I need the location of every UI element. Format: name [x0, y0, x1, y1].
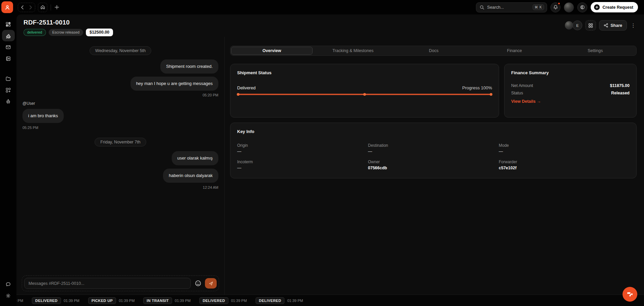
milestone-dot: [237, 93, 239, 96]
plus-circle-icon: [594, 4, 600, 10]
robot-icon: [5, 99, 11, 104]
folder-icon: [5, 76, 11, 82]
tab-overview[interactable]: Overview: [231, 47, 313, 55]
view-details-link[interactable]: View Details →: [511, 99, 541, 104]
chat-message-list[interactable]: Wednesday, November 5th Shipment room cr…: [16, 37, 224, 272]
ticker-time: 01:39 PM: [119, 299, 135, 303]
app-window: Search... ⌘ K Create Request: [0, 0, 644, 306]
theme-toggle-button[interactable]: [577, 2, 587, 12]
escrow-badge: Escrow released: [49, 29, 83, 36]
ticker-status-badge: PICKED UP: [88, 297, 116, 304]
sidebar-item-wallet[interactable]: [2, 53, 15, 64]
ticker-time: 01:39 PM: [231, 299, 247, 303]
key-info-field: Mode —: [499, 143, 630, 154]
sidebar-item-support-chat[interactable]: [2, 278, 15, 290]
key-info-value: —: [237, 166, 368, 170]
key-info-value: 07566cdb: [368, 166, 499, 170]
main-panel: RDF-2511-0010 delivered Escrow released …: [16, 14, 644, 295]
chat-message: i am bro thanks: [22, 109, 64, 123]
brand-arrow-icon: [626, 291, 634, 298]
milestone-dot: [490, 93, 492, 96]
shipment-state: Delivered: [237, 85, 256, 90]
progress-bar: [237, 94, 492, 95]
sidebar-item-dashboard[interactable]: [2, 18, 15, 30]
ticker-item: IN TRANSIT 01:39 PM: [143, 297, 191, 304]
key-info-field: Origin —: [237, 143, 368, 154]
shipment-progress-label: Progress 100%: [462, 85, 492, 90]
gear-icon: [5, 293, 11, 299]
main-body: Wednesday, November 5th Shipment room cr…: [16, 37, 644, 295]
tab-docs[interactable]: Docs: [393, 47, 474, 55]
badge-row: delivered Escrow released $12500.00: [23, 29, 113, 36]
assistant-fab[interactable]: [623, 287, 637, 302]
chat-bubble-icon: [5, 281, 11, 287]
chat-date-separator: Friday, November 7th: [95, 138, 146, 146]
search-shortcut: ⌘ K: [533, 4, 544, 10]
user-avatar[interactable]: [564, 2, 574, 12]
back-button[interactable]: [20, 5, 25, 10]
sidebar-item-settings[interactable]: [2, 290, 15, 301]
home-button[interactable]: [38, 3, 47, 12]
workspace-avatar[interactable]: [1, 1, 13, 13]
key-info-value: —: [237, 149, 368, 154]
key-info-label: Destination: [368, 143, 499, 148]
tab-tracking-milestones[interactable]: Tracking & Milestones: [313, 47, 393, 55]
sidebar-item-apps-add[interactable]: [2, 84, 15, 96]
notifications-button[interactable]: [550, 2, 560, 12]
ticker-item: DELIVERED 01:39 PM: [32, 297, 79, 304]
share-button[interactable]: Share: [599, 20, 627, 31]
key-info-label: Mode: [499, 143, 630, 148]
detail-tabbar: Overview Tracking & Milestones Docs Fina…: [230, 46, 637, 56]
key-info-value: —: [368, 149, 499, 154]
sidebar-item-files[interactable]: [2, 73, 15, 84]
sidebar-item-assistant[interactable]: [2, 96, 15, 107]
ticker-time: 01:39 PM: [287, 299, 303, 303]
key-info-field: Owner 07566cdb: [368, 160, 499, 170]
key-info-value: —: [499, 149, 630, 154]
detail-panel: Overview Tracking & Milestones Docs Fina…: [225, 37, 644, 295]
more-options-button[interactable]: ⋮: [630, 20, 637, 31]
sidebar-item-shipments[interactable]: [2, 30, 15, 41]
notification-dot: [557, 2, 560, 5]
key-info-field: Forwarder c57e102f: [499, 160, 630, 170]
key-info-value: c57e102f: [499, 166, 630, 170]
finance-row: Status Released: [511, 91, 630, 95]
bell-icon: [553, 5, 558, 10]
milestone-dot: [363, 93, 366, 96]
grid-plus-icon: [5, 87, 11, 93]
ticker-time: 01:39 PM: [16, 299, 23, 303]
shipment-status-title: Shipment Status: [237, 70, 492, 75]
message-input[interactable]: [24, 278, 191, 289]
key-info-label: Forwarder: [499, 160, 630, 164]
finance-summary-card: Finance Summary Net Amount $11875.00 Sta…: [504, 64, 637, 118]
apps-button[interactable]: [585, 20, 596, 31]
share-label: Share: [610, 23, 622, 28]
key-info-label: Owner: [368, 160, 499, 164]
shipment-status-card: Shipment Status Delivered Progress 100%: [230, 64, 499, 118]
tab-settings[interactable]: Settings: [555, 47, 636, 55]
chat-panel: Wednesday, November 5th Shipment room cr…: [16, 37, 225, 295]
header-actions: E Share ⋮: [564, 20, 637, 31]
ticker-status-badge: IN TRANSIT: [143, 297, 172, 304]
emoji-button[interactable]: [194, 279, 202, 288]
ticker-time: 01:39 PM: [175, 299, 191, 303]
member-avatar-initial[interactable]: E: [573, 20, 582, 30]
chat-date-separator: Wednesday, November 5th: [90, 46, 151, 55]
new-tab-button[interactable]: [54, 5, 59, 10]
ticker-status-badge: DELIVERED: [32, 297, 61, 304]
search-input[interactable]: Search... ⌘ K: [476, 2, 547, 12]
chrome-divider: [51, 4, 51, 10]
key-info-label: Origin: [237, 143, 368, 148]
forward-button[interactable]: [28, 5, 33, 10]
tab-finance[interactable]: Finance: [474, 47, 555, 55]
finance-row-label: Net Amount: [511, 83, 533, 88]
ship-icon: [5, 33, 11, 39]
search-placeholder: Search...: [487, 5, 530, 10]
chat-timestamp: 05:25 PM: [22, 126, 38, 130]
sidebar: [0, 14, 16, 306]
send-button[interactable]: [205, 278, 217, 289]
mail-icon: [5, 44, 11, 50]
create-request-button[interactable]: Create Request: [591, 2, 638, 12]
message-composer: [22, 275, 219, 291]
sidebar-item-messages[interactable]: [2, 41, 15, 53]
